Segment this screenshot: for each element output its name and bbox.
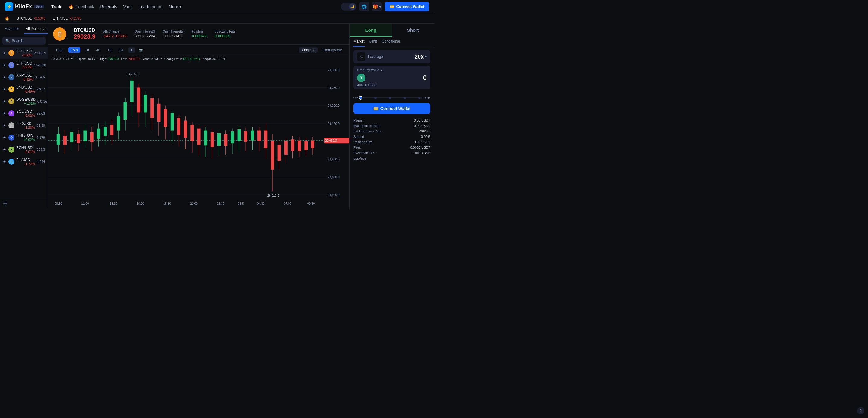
slider-dot-75 <box>404 97 406 99</box>
time-btn-1w[interactable]: 1w <box>117 47 126 53</box>
xrp-icon: ✕ <box>8 74 14 80</box>
top-nav: ⚡ KiloEx Beta Trade Feedback Referrals V… <box>0 0 434 13</box>
stat-key-liq-price: Liq.Price <box>353 157 366 160</box>
chart-canvas-area: 2023-08-05 11:45 Open: 29016.3 High: 290… <box>48 56 349 209</box>
list-item[interactable]: ★ D DOGE/USD +1.31% 0.07524 <box>0 95 48 107</box>
order-tab-conditional[interactable]: Conditional <box>382 39 400 47</box>
star-icon[interactable]: ★ <box>3 88 6 91</box>
slider-dot-100 <box>418 97 421 99</box>
slider-knob[interactable] <box>359 96 363 99</box>
list-item[interactable]: ★ B BCH/USD -2.01% 224.3 <box>0 143 48 156</box>
ticker-btc[interactable]: BTC/USD -0.50% <box>17 16 45 21</box>
svg-rect-20 <box>90 132 94 142</box>
tab-long[interactable]: Long <box>350 24 392 37</box>
list-item[interactable]: ★ ✕ XRP/USD -6.82% 0.6205 <box>0 71 48 83</box>
chart-mode-label: ▾ <box>131 48 132 52</box>
fil-icon: F <box>8 159 14 165</box>
pair-change: -1.26% <box>16 126 35 129</box>
sidebar-tab-favorites[interactable]: Favorites <box>0 24 24 34</box>
nav-leaderboard[interactable]: Leaderboard <box>138 4 162 9</box>
star-icon[interactable]: ★ <box>3 136 6 140</box>
theme-toggle[interactable]: 🌙 <box>341 3 356 10</box>
ticker-eth[interactable]: ETH/USD -0.27% <box>53 16 81 21</box>
pair-name: DOGE/USD <box>16 97 36 102</box>
nav-trade[interactable]: Trade <box>51 4 62 9</box>
eth-icon: Ξ <box>8 62 14 68</box>
borrowing-label: Borrowing Rate <box>215 30 236 33</box>
stat-row-fees: Fees 0.0000 USDT <box>353 145 430 150</box>
sidebar-tab-all-perpetual[interactable]: All Perpetual <box>24 24 48 34</box>
svg-text:09:30: 09:30 <box>307 202 315 205</box>
sol-icon: S <box>8 110 14 117</box>
svg-rect-59 <box>217 133 221 146</box>
time-btn-time[interactable]: Time <box>53 47 66 53</box>
chart-amplitude-label: Amplitude: 0.10% <box>203 57 226 61</box>
pair-change: -0.50% <box>16 53 32 57</box>
svg-rect-86 <box>304 141 308 150</box>
pair-change: -1.72% <box>16 162 35 166</box>
time-btn-15m[interactable]: 15m <box>68 47 80 53</box>
list-item[interactable]: ★ S SOL/USD -0.92% 22.63 <box>0 107 48 120</box>
view-btn-tradingview[interactable]: TradingView <box>319 47 345 53</box>
star-icon[interactable]: ★ <box>3 63 6 67</box>
star-icon[interactable]: ★ <box>3 99 6 103</box>
star-icon[interactable]: ★ <box>3 75 6 79</box>
svg-rect-41 <box>157 104 160 122</box>
chart-header: ₿ BTC/USD 29028.9 24h Change -147.2 -0.5… <box>48 24 349 45</box>
wallet-icon: 💳 <box>373 106 378 111</box>
nav-vault[interactable]: Vault <box>123 4 132 9</box>
chart-view-btns: Original TradingView <box>299 47 345 53</box>
pair-name: BCH/USD <box>16 146 35 150</box>
logo[interactable]: ⚡ KiloEx Beta <box>5 2 44 11</box>
connect-wallet-large-button[interactable]: 💳 Connect Wallet <box>353 103 430 114</box>
nav-referrals[interactable]: Referrals <box>100 4 117 9</box>
rewards-icon[interactable]: 🎁 ▾ <box>372 2 382 11</box>
wallet-icon: 💳 <box>390 4 395 9</box>
star-icon[interactable]: ★ <box>3 111 6 116</box>
logo-icon: ⚡ <box>5 2 13 11</box>
order-amount[interactable]: 0 <box>423 74 427 82</box>
pair-change: -6.82% <box>16 77 33 81</box>
list-item[interactable]: ★ Ξ ETH/USD -0.27% 1828.20 <box>0 59 48 71</box>
list-item[interactable]: ★ Ł LTC/USD -1.26% 81.99 <box>0 120 48 131</box>
chevron-down-icon[interactable]: ▾ <box>381 68 382 72</box>
nav-more[interactable]: More ▾ <box>169 4 182 9</box>
borrowing-value: 0.0002% <box>215 34 236 38</box>
chart-mode-select[interactable]: ▾ <box>128 47 135 53</box>
nav-feedback[interactable]: Feedback <box>68 4 94 9</box>
ltc-icon: Ł <box>8 123 14 128</box>
coin-info: BTC/USD 29028.9 <box>74 28 95 40</box>
chevron-down-icon: ▾ <box>425 55 427 59</box>
connect-wallet-button[interactable]: 💳 Connect Wallet <box>385 2 429 11</box>
svg-rect-49 <box>184 120 187 137</box>
star-icon[interactable]: ★ <box>3 160 6 164</box>
time-btn-4h[interactable]: 4h <box>94 47 103 53</box>
time-btn-1d[interactable]: 1d <box>105 47 114 53</box>
stat-val-exec-fee: 0.0013 BNB <box>412 151 430 155</box>
list-item[interactable]: ★ ₿ BTC/USD -0.50% 29028.9 <box>0 47 48 59</box>
svg-rect-53 <box>197 129 200 145</box>
order-tab-market[interactable]: Market <box>353 39 365 47</box>
order-tab-limit[interactable]: Limit <box>369 39 377 47</box>
menu-icon[interactable]: ☰ <box>3 201 7 206</box>
search-box[interactable]: 🔍 Search <box>2 37 45 45</box>
long-short-tabs: Long Short <box>350 24 434 37</box>
screenshot-icon[interactable]: 📷 <box>137 46 145 54</box>
time-btn-1h[interactable]: 1h <box>83 47 91 53</box>
pair-name: BTC/USD <box>16 49 32 53</box>
btc-icon: ₿ <box>8 50 14 56</box>
tab-short[interactable]: Short <box>392 24 434 37</box>
star-icon[interactable]: ★ <box>3 124 6 128</box>
stat-key-max-open: Max open position <box>353 124 380 128</box>
funding-value: 0.0004% <box>192 34 207 38</box>
leverage-value[interactable]: 20x ▾ <box>415 54 427 60</box>
star-icon[interactable]: ★ <box>3 148 6 152</box>
list-item[interactable]: ★ B BNB/USD -0.49% 240.7 <box>0 83 48 95</box>
pair-change: -0.92% <box>16 114 35 117</box>
language-icon[interactable]: 🌐 <box>360 2 369 11</box>
view-btn-original[interactable]: Original <box>299 47 317 53</box>
slider-track[interactable] <box>361 97 420 98</box>
star-icon[interactable]: ★ <box>3 51 6 55</box>
list-item[interactable]: ★ F FIL/USD -1.72% 4.044 <box>0 156 48 168</box>
list-item[interactable]: ★ ⬡ LINK/USD +0.02% 7.179 <box>0 131 48 143</box>
